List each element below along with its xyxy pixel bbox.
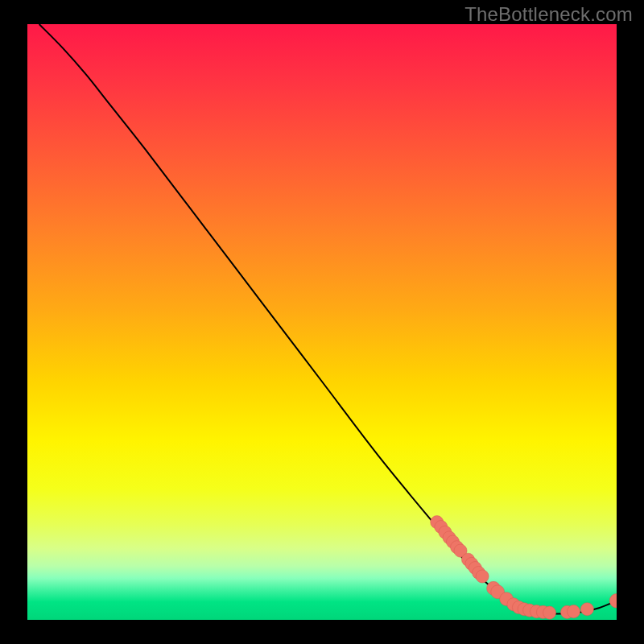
- gradient-background: [27, 24, 617, 620]
- data-point: [580, 603, 593, 616]
- plot-area: [27, 24, 617, 620]
- chart-stage: TheBottleneck.com: [0, 0, 644, 644]
- data-point: [568, 605, 580, 618]
- watermark-text: TheBottleneck.com: [464, 3, 633, 26]
- data-point: [543, 606, 556, 619]
- data-point: [476, 570, 489, 583]
- plot-svg: [27, 24, 617, 620]
